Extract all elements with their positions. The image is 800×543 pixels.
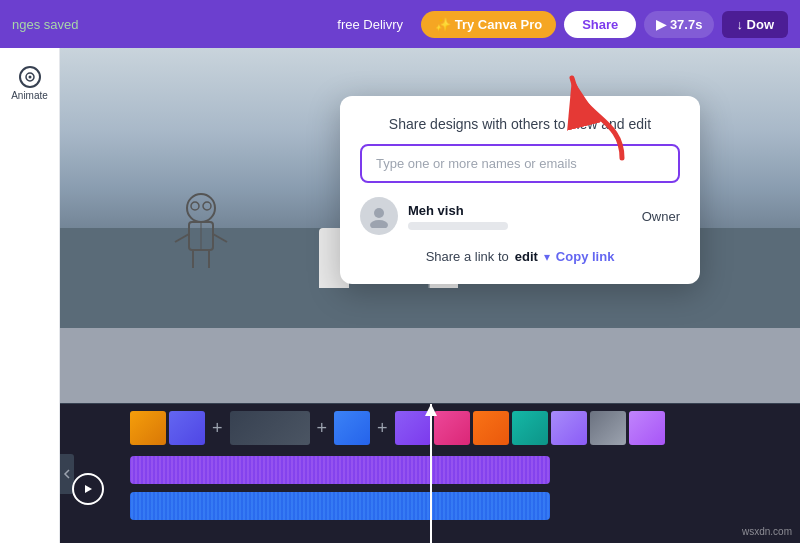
watermark: wsxdn.com xyxy=(742,526,792,537)
audio-track-blue[interactable] xyxy=(130,492,550,520)
share-link-edit: edit xyxy=(515,249,538,264)
timeline: + + + xyxy=(60,403,800,543)
user-name: Meh vish xyxy=(408,203,632,218)
share-title: Share designs with others to view and ed… xyxy=(360,116,680,132)
thumb-6[interactable] xyxy=(434,411,470,445)
share-link-text: Share a link to xyxy=(426,249,509,264)
add-clip-2[interactable]: + xyxy=(313,418,332,439)
share-dropdown: Share designs with others to view and ed… xyxy=(340,96,700,284)
topbar-left: nges saved xyxy=(12,17,319,32)
thumb-11[interactable] xyxy=(629,411,665,445)
user-role: Owner xyxy=(642,209,680,224)
thumb-10[interactable] xyxy=(590,411,626,445)
thumb-7[interactable] xyxy=(473,411,509,445)
copy-link-button[interactable]: Copy link xyxy=(556,249,615,264)
user-avatar xyxy=(360,197,398,235)
svg-point-4 xyxy=(203,202,211,210)
free-delivery-button[interactable]: free Delivry xyxy=(327,11,413,38)
track-row-2 xyxy=(130,490,740,522)
svg-line-7 xyxy=(175,234,189,242)
svg-point-12 xyxy=(374,208,384,218)
user-info: Meh vish xyxy=(408,203,632,230)
share-email-input[interactable] xyxy=(360,144,680,183)
changes-saved-label: nges saved xyxy=(12,17,79,32)
thumbnail-row: + + + xyxy=(130,410,800,446)
user-email-bar xyxy=(408,222,508,230)
thumb-9[interactable] xyxy=(551,411,587,445)
user-row: Meh vish Owner xyxy=(360,197,680,235)
svg-line-8 xyxy=(213,234,227,242)
download-button[interactable]: ↓ Dow xyxy=(722,11,788,38)
sidebar-animate-label: Animate xyxy=(11,90,48,101)
animate-icon xyxy=(19,66,41,88)
topbar-right: free Delivry ✨ Try Canva Pro Share ▶ 37.… xyxy=(327,11,788,38)
share-button[interactable]: Share xyxy=(564,11,636,38)
topbar: nges saved free Delivry ✨ Try Canva Pro … xyxy=(0,0,800,48)
svg-point-1 xyxy=(28,76,31,79)
sidebar-item-animate[interactable]: Animate xyxy=(5,60,55,107)
timeline-scrubber[interactable] xyxy=(430,404,432,543)
chevron-down-icon[interactable]: ▾ xyxy=(544,250,550,264)
track-row-1 xyxy=(130,454,740,486)
thumb-2[interactable] xyxy=(169,411,205,445)
main-area: Animate xyxy=(0,48,800,543)
share-link-row: Share a link to edit ▾ Copy link xyxy=(360,249,680,264)
timer-button[interactable]: ▶ 37.7s xyxy=(644,11,714,38)
svg-marker-11 xyxy=(85,485,92,493)
svg-point-3 xyxy=(191,202,199,210)
sidebar: Animate xyxy=(0,48,60,543)
audio-track-purple[interactable] xyxy=(130,456,550,484)
play-button[interactable] xyxy=(72,473,104,505)
thumb-3[interactable] xyxy=(230,411,310,445)
robot xyxy=(171,188,221,268)
svg-point-13 xyxy=(370,220,388,228)
add-clip-3[interactable]: + xyxy=(373,418,392,439)
thumb-1[interactable] xyxy=(130,411,166,445)
thumb-8[interactable] xyxy=(512,411,548,445)
canvas-area: + + + xyxy=(60,48,800,543)
thumb-4[interactable] xyxy=(334,411,370,445)
add-clip-1[interactable]: + xyxy=(208,418,227,439)
thumb-5[interactable] xyxy=(395,411,431,445)
try-canva-button[interactable]: ✨ Try Canva Pro xyxy=(421,11,556,38)
